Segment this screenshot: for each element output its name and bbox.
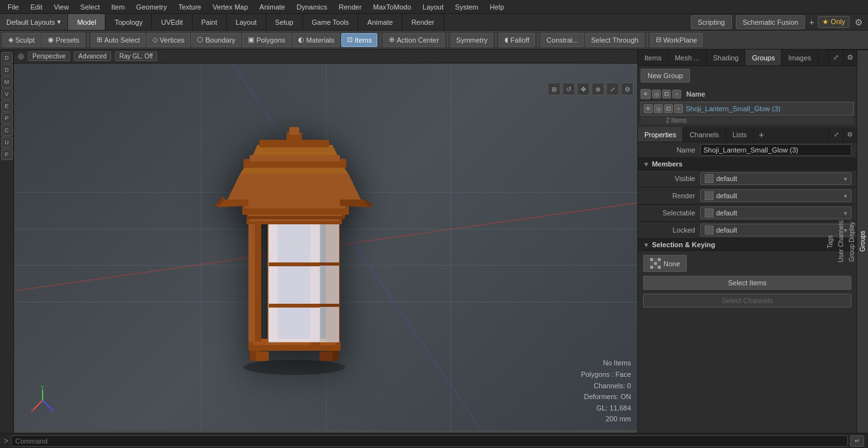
- vtab-group-display[interactable]: Group Display: [846, 50, 857, 433]
- command-input[interactable]: [11, 435, 848, 447]
- star-only-button[interactable]: ★ Only: [818, 16, 850, 28]
- menu-geometry[interactable]: Geometry: [131, 2, 172, 12]
- layout-tab-uvedit[interactable]: UVEdit: [152, 14, 192, 30]
- group-row[interactable]: 👁 ◎ ⧠ + Shoji_Lantern_Small_Glow (3): [641, 102, 854, 116]
- left-sidebar-btn-5[interactable]: E: [1, 100, 13, 112]
- menu-texture[interactable]: Texture: [173, 2, 207, 12]
- group-list-lock-icon[interactable]: ⧠: [662, 90, 671, 98]
- rp-tab-groups[interactable]: Groups: [745, 50, 782, 65]
- left-sidebar-btn-3[interactable]: M: [1, 76, 13, 88]
- falloff-button[interactable]: ◖ Falloff: [499, 33, 535, 47]
- menu-dynamics[interactable]: Dynamics: [292, 2, 332, 12]
- viewport-advanced-btn[interactable]: Advanced: [74, 51, 111, 61]
- viewport-canvas[interactable]: ⊞ ↺ ✥ ⊕ ⤢ ⚙ No Items Polygons : Face Cha…: [14, 64, 637, 430]
- menu-edit[interactable]: Edit: [25, 2, 48, 12]
- materials-button[interactable]: ◐ Materials: [292, 33, 341, 47]
- menu-system[interactable]: System: [450, 2, 484, 12]
- rp-tab-shading[interactable]: Shading: [707, 50, 745, 65]
- scripting-tab[interactable]: Scripting: [691, 15, 732, 29]
- layout-tab-paint[interactable]: Paint: [193, 14, 227, 30]
- left-sidebar-btn-2[interactable]: D: [1, 64, 13, 76]
- select-through-button[interactable]: Select Through: [585, 33, 644, 47]
- viewport-ctrl-zoom[interactable]: ⊕: [592, 83, 604, 95]
- rp-tab-mesh[interactable]: Mesh ...: [668, 50, 707, 65]
- keying-area: None Select Items Select Channels: [638, 251, 857, 315]
- add-layout-icon[interactable]: +: [809, 17, 814, 27]
- layout-tab-setup[interactable]: Setup: [266, 14, 303, 30]
- left-sidebar: D D M V E P C U F: [0, 50, 14, 433]
- vtab-user-channels[interactable]: User Channels: [836, 50, 846, 433]
- menu-file[interactable]: File: [3, 2, 24, 12]
- group-list-eye-icon[interactable]: 👁: [641, 89, 651, 99]
- rp-tab-images[interactable]: Images: [782, 50, 818, 65]
- group-render-icon[interactable]: ◎: [654, 104, 663, 113]
- keying-none-button[interactable]: None: [643, 255, 687, 272]
- group-add-icon[interactable]: +: [674, 104, 683, 113]
- group-list-render-icon[interactable]: ◎: [652, 90, 661, 98]
- menu-animate[interactable]: Animate: [254, 2, 290, 12]
- viewport-ctrl-settings[interactable]: ⚙: [621, 83, 634, 95]
- group-list-plus-icon[interactable]: +: [672, 90, 681, 98]
- left-sidebar-btn-4[interactable]: V: [1, 88, 13, 100]
- members-section-header[interactable]: ▼ Members: [638, 158, 857, 170]
- vtab-groups[interactable]: Groups: [857, 50, 868, 433]
- schematic-fusion-tab[interactable]: Schematic Fusion: [736, 15, 805, 29]
- layout-tab-topology[interactable]: Topology: [105, 14, 152, 30]
- viewport-ctrl-rotate[interactable]: ↺: [562, 83, 575, 95]
- auto-select-button[interactable]: ⊞ Auto Select: [91, 33, 146, 47]
- menu-maxtomodo[interactable]: MaxToModo: [368, 2, 416, 12]
- viewport-mode-btn[interactable]: Perspective: [28, 51, 70, 61]
- viewport[interactable]: Perspective Advanced Ray GL: Off: [14, 50, 637, 433]
- no-items-text: No Items: [581, 358, 631, 369]
- menu-render[interactable]: Render: [334, 2, 367, 12]
- prop-tab-add[interactable]: +: [754, 127, 769, 142]
- layout-tab-gametools[interactable]: Game Tools: [303, 14, 359, 30]
- left-sidebar-btn-7[interactable]: C: [1, 125, 13, 136]
- properties-section: Properties Channels Lists + ⤢ ⚙ Name ▼ M…: [638, 127, 857, 433]
- layout-tab-model[interactable]: Model: [68, 14, 105, 30]
- menu-vertex-map[interactable]: Vertex Map: [208, 2, 254, 12]
- prop-tab-lists[interactable]: Lists: [726, 127, 754, 142]
- settings-icon[interactable]: ⚙: [853, 16, 864, 29]
- menu-layout[interactable]: Layout: [417, 2, 449, 12]
- constraint-button[interactable]: Constrai...: [541, 33, 584, 47]
- workplane-button[interactable]: ⊟ WorkPlane: [650, 33, 703, 47]
- layout-dropdown[interactable]: Default Layouts ▾: [0, 14, 68, 30]
- action-center-button[interactable]: ⊕ Action Center: [383, 33, 445, 47]
- group-eye-icon[interactable]: 👁: [644, 104, 653, 113]
- menu-item[interactable]: Item: [106, 2, 130, 12]
- layout-tab-layout[interactable]: Layout: [227, 14, 266, 30]
- locked-color-swatch: [705, 226, 714, 234]
- command-execute-button[interactable]: ↵: [850, 435, 864, 447]
- viewport-raygl-btn[interactable]: Ray GL: Off: [115, 51, 158, 61]
- group-lock-icon[interactable]: ⧠: [664, 104, 673, 113]
- dot-5: [654, 262, 657, 265]
- selection-section-header[interactable]: ▼ Selection & Keying: [638, 239, 857, 251]
- left-sidebar-btn-1[interactable]: D: [1, 52, 13, 64]
- layout-tab-animate[interactable]: Animate: [358, 14, 402, 30]
- menu-select[interactable]: Select: [75, 2, 105, 12]
- select-items-button[interactable]: Select Items: [643, 276, 851, 290]
- viewport-ctrl-grid[interactable]: ⊞: [548, 83, 560, 95]
- layout-tab-render[interactable]: Render: [402, 14, 444, 30]
- left-sidebar-btn-6[interactable]: P: [1, 112, 13, 124]
- viewport-ctrl-fit[interactable]: ⤢: [606, 83, 619, 95]
- boundary-button[interactable]: ⬡ Boundary: [191, 33, 241, 47]
- polygons-button[interactable]: ▣ Polygons: [242, 33, 290, 47]
- menu-view[interactable]: View: [49, 2, 74, 12]
- vertices-button[interactable]: ◇ Vertices: [147, 33, 190, 47]
- vtab-tags[interactable]: Tags: [825, 50, 836, 433]
- presets-button[interactable]: ◉ Presets: [42, 33, 85, 47]
- left-sidebar-btn-9[interactable]: F: [1, 149, 13, 160]
- viewport-dot[interactable]: [18, 53, 24, 60]
- prop-tab-channels[interactable]: Channels: [683, 127, 726, 142]
- items-button[interactable]: ⊡ Items: [341, 33, 377, 47]
- rp-tab-items[interactable]: Items: [638, 50, 668, 65]
- prop-tab-properties[interactable]: Properties: [638, 127, 683, 142]
- new-group-button[interactable]: New Group: [641, 69, 690, 83]
- symmetry-button[interactable]: Symmetry: [451, 33, 494, 47]
- sculpt-button[interactable]: ◈ Sculpt: [3, 33, 41, 47]
- viewport-ctrl-pan[interactable]: ✥: [577, 83, 590, 95]
- left-sidebar-btn-8[interactable]: U: [1, 137, 13, 148]
- menu-help[interactable]: Help: [485, 2, 510, 12]
